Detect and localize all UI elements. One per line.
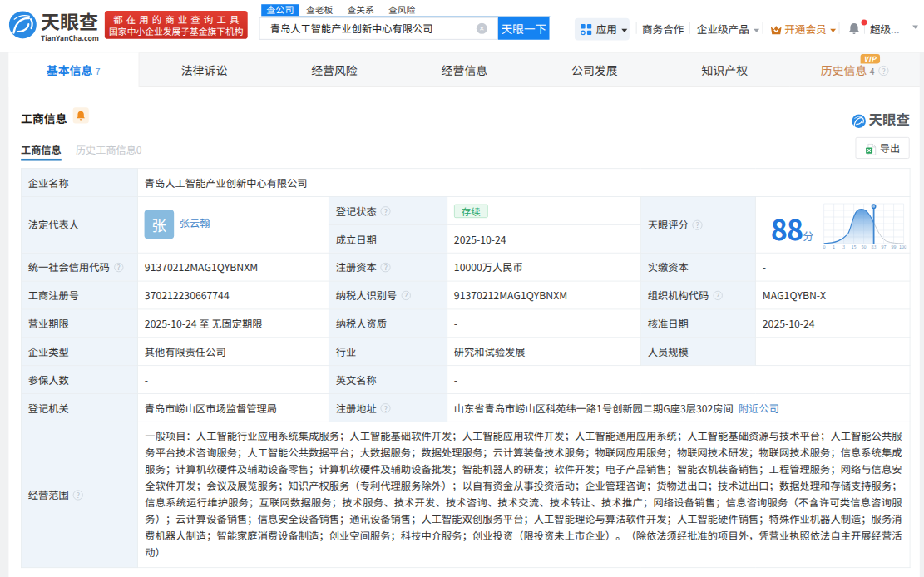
- svg-text:100: 100: [899, 244, 906, 250]
- svg-text:99: 99: [892, 244, 897, 250]
- svg-text:3: 3: [842, 244, 845, 250]
- svg-text:15: 15: [852, 244, 857, 250]
- svg-text:1: 1: [833, 244, 835, 250]
- svg-text:0: 0: [823, 244, 826, 250]
- svg-text:97: 97: [882, 244, 887, 250]
- svg-text:83: 83: [872, 244, 877, 250]
- svg-text:50: 50: [862, 244, 867, 250]
